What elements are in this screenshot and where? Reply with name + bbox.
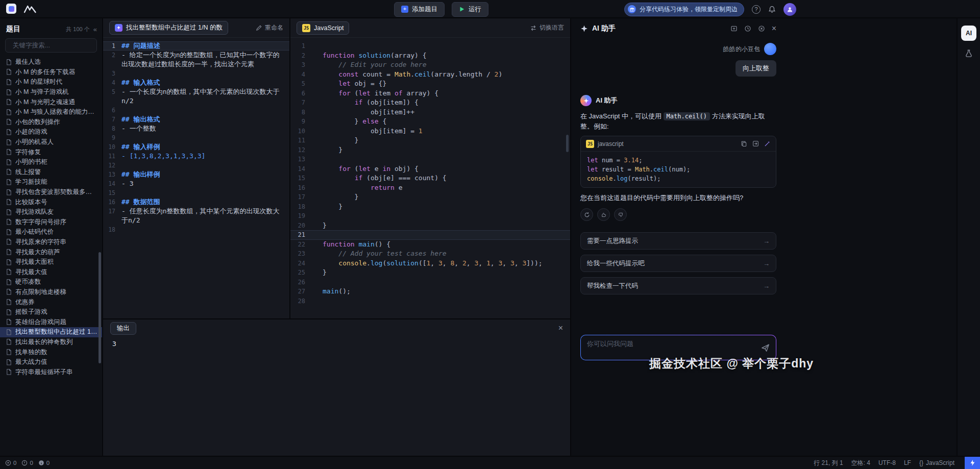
suggestion-chip[interactable]: 需要一点思路提示→ [580, 232, 776, 250]
code-line[interactable]: 5 let obj = {} [290, 79, 570, 89]
code-line[interactable]: 2function solution(array) { [290, 51, 570, 61]
sidebar-item[interactable]: 小明的书柜 [0, 157, 102, 167]
description-line[interactable]: 3 [103, 69, 289, 78]
language-tab[interactable]: JS JavaScript [297, 21, 349, 35]
run-button[interactable]: 运行 [452, 2, 488, 17]
code-line[interactable]: 3 // Edit your code here [290, 60, 570, 70]
copy-icon[interactable] [741, 140, 747, 147]
description-line[interactable]: 10## 输入样例 [103, 142, 289, 152]
sidebar-item[interactable]: 小明的机器人 [0, 137, 102, 147]
description-line[interactable]: 9 [103, 133, 289, 142]
history-icon[interactable] [744, 25, 751, 32]
description-line[interactable]: 18 [103, 225, 289, 234]
collapse-sidebar-icon[interactable]: « [93, 26, 97, 33]
description-line[interactable]: 17- 任意长度为n整数数组，其中某个元素的出现次数大于n/2 [103, 207, 289, 225]
code-line[interactable]: 20} [290, 221, 570, 231]
code-line[interactable]: 13 [290, 155, 570, 164]
regenerate-button[interactable] [580, 208, 593, 221]
sidebar-item[interactable]: 小 M 与弹子游戏机 [0, 87, 102, 97]
sidebar-scrollbar[interactable] [99, 252, 101, 363]
code-line[interactable]: 1 [290, 41, 570, 51]
sidebar-item[interactable]: 字符串最短循环子串 [0, 367, 102, 377]
code-line[interactable]: 23 // Add your test cases here [290, 249, 570, 259]
code-line[interactable]: 12 } [290, 145, 570, 155]
info-indicator[interactable]: 0 [38, 460, 50, 466]
thumbs-up-button[interactable] [597, 208, 610, 221]
sidebar-item[interactable]: 线上报警 [0, 167, 102, 178]
sidebar-item[interactable]: 找出整型数组中占比超过 1/N ... [0, 327, 102, 337]
sidebar-item[interactable]: 硬币凑数 [0, 277, 102, 287]
code-line[interactable]: 4 const count = Math.ceil(array.length /… [290, 70, 570, 80]
code-line[interactable]: 26 [290, 278, 570, 287]
flask-icon[interactable] [964, 49, 973, 58]
sidebar-item[interactable]: 优惠券 [0, 297, 102, 307]
code-line[interactable]: 10 obj[item] = 1 [290, 127, 570, 136]
language-mode[interactable]: {} JavaScript [919, 459, 954, 466]
sidebar-item[interactable]: 字符修复 [0, 147, 102, 157]
code-line[interactable]: 22function main() { [290, 240, 570, 250]
errors-indicator[interactable]: 0 [5, 460, 16, 466]
close-output-icon[interactable]: × [558, 324, 563, 332]
app-logo[interactable] [6, 4, 16, 14]
sidebar-item[interactable]: 摇骰子游戏 [0, 307, 102, 317]
description-line[interactable]: 16## 数据范围 [103, 198, 289, 207]
cursor-position[interactable]: 行 21, 列 1 [814, 459, 843, 467]
description-line[interactable]: 14- 3 [103, 179, 289, 188]
sidebar-item[interactable]: 寻找最大的葫芦 [0, 247, 102, 257]
code-line[interactable]: 15 if (obj[e] === count) { [290, 174, 570, 183]
suggestion-chip[interactable]: 给我一些代码提示吧→ [580, 255, 776, 272]
code-line[interactable]: 16 return e [290, 183, 570, 193]
code-line[interactable]: 14 for (let e in obj) { [290, 164, 570, 174]
code-line[interactable]: 9 } else { [290, 117, 570, 127]
sidebar-item[interactable]: 寻找包含斐波那契数最多的链表 [0, 187, 102, 198]
code-line[interactable]: 17 } [290, 192, 570, 202]
code-line[interactable]: 24 console.log(solution([1, 3, 8, 2, 3, … [290, 259, 570, 268]
sidebar-item[interactable]: 小 M 的多任务下载器 [0, 67, 102, 78]
sidebar-item[interactable]: 数字字母问号排序 [0, 217, 102, 228]
description-line[interactable]: 11- [1,3,8,2,3,1,3,3,3] [103, 152, 289, 161]
sidebar-item[interactable]: 寻找原来的字符串 [0, 237, 102, 248]
code-line[interactable]: 18 } [290, 202, 570, 212]
indentation[interactable]: 空格: 4 [851, 459, 870, 467]
sidebar-item[interactable]: 最佳人选 [0, 57, 102, 67]
sidebar-item[interactable]: 小 M 的星球时代 [0, 77, 102, 87]
editor-scrollbar[interactable] [566, 135, 569, 152]
description-line[interactable]: 1## 问题描述 [103, 41, 289, 51]
sidebar-item[interactable]: 比较版本号 [0, 197, 102, 207]
feedback-corner-button[interactable] [965, 457, 980, 469]
description-line[interactable]: 12 [103, 161, 289, 170]
description-line[interactable]: 5- 一个长度为n的数组，其中某个元素的出现次数大于n/2 [103, 87, 289, 106]
ai-tool-button[interactable]: AI [961, 26, 976, 41]
close-ai-icon[interactable]: × [772, 24, 776, 33]
sidebar-item[interactable]: 英雄组合游戏问题 [0, 317, 102, 327]
sidebar-item[interactable]: 最大战力值 [0, 357, 102, 367]
code-line[interactable]: 21 [290, 230, 570, 240]
code-line[interactable]: 6 for (let item of array) { [290, 89, 570, 98]
eol[interactable]: LF [904, 459, 911, 466]
sidebar-item[interactable]: 找单独的数 [0, 347, 102, 357]
code-line[interactable]: 27main(); [290, 287, 570, 297]
output-tab[interactable]: 输出 [110, 322, 136, 335]
search-input[interactable] [13, 42, 95, 49]
description-line[interactable]: 6 [103, 106, 289, 115]
promo-banner[interactable]: 分享代码练习体验，领限量定制周边 [624, 3, 744, 16]
sessions-icon[interactable] [758, 25, 765, 32]
code-line[interactable]: 8 obj[item]++ [290, 108, 570, 117]
sidebar-item[interactable]: 寻找最大面积 [0, 257, 102, 267]
suggestion-chip[interactable]: 帮我检查一下代码→ [580, 277, 776, 294]
description-line[interactable]: 2- 给定一个长度为n的整型数组，已知其中一个数字的出现次数超过数组长度的一半，… [103, 51, 289, 69]
description-line[interactable]: 7## 输出格式 [103, 115, 289, 124]
sidebar-item[interactable]: 寻找最大值 [0, 267, 102, 277]
apply-wand-icon[interactable] [764, 140, 771, 147]
bell-icon[interactable] [768, 6, 776, 13]
send-icon[interactable] [761, 343, 770, 352]
sidebar-item[interactable]: 小 M 与狼人拯救者的能力选择 [0, 107, 102, 117]
insert-code-icon[interactable] [752, 140, 759, 147]
thumbs-down-button[interactable] [614, 208, 627, 221]
add-problem-button[interactable]: + 添加题目 [394, 2, 445, 17]
switch-language-button[interactable]: 切换语言 [530, 23, 564, 32]
description-line[interactable]: 13## 输出样例 [103, 170, 289, 179]
new-chat-icon[interactable] [730, 25, 738, 32]
user-avatar-top[interactable] [783, 3, 796, 16]
code-line[interactable]: 7 if (obj[item]) { [290, 98, 570, 108]
